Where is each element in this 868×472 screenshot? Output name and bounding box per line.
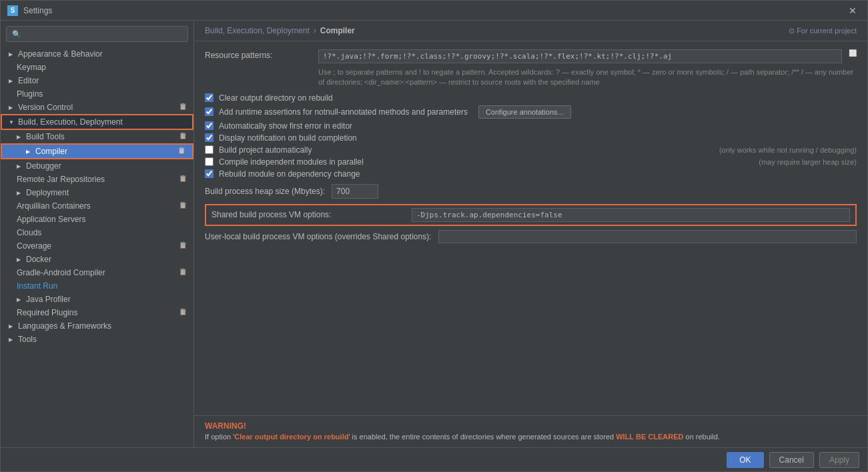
build-auto-hint: (only works while not running / debuggin… [719,146,857,154]
compile-parallel-label: Compile independent modules in parallel [219,157,364,167]
sidebar-item-build-tools[interactable]: ▶ Build Tools 📋 [1,130,193,143]
arrow-icon: ▶ [17,190,23,196]
copy-icon: 📋 [179,308,188,317]
sidebar-item-java-profiler[interactable]: ▶ Java Profiler [1,293,193,306]
cancel-button[interactable]: Cancel [769,452,814,468]
build-auto-checkbox[interactable] [205,145,213,154]
arrow-icon: ▶ [17,134,23,140]
resource-patterns-input[interactable] [318,49,842,63]
sidebar-item-remote-jar[interactable]: Remote Jar Repositories 📋 [1,173,193,186]
sidebar-item-label: Keymap [17,63,46,72]
sidebar-item-clouds[interactable]: Clouds [1,226,193,239]
heap-size-input[interactable] [332,184,378,199]
warning-caps: WILL BE CLEARED [616,433,683,441]
sidebar-item-keymap[interactable]: Keymap [1,61,193,74]
sidebar-item-label: Deployment [26,188,69,197]
add-runtime-label: Add runtime assertions for notnull-annot… [219,107,468,117]
arrow-icon: ▶ [9,78,15,84]
sidebar-item-label: Java Profiler [26,295,71,304]
help-text: Use ; to separate patterns and ! to nega… [318,67,857,88]
compile-parallel-hint: (may require larger heap size) [759,158,857,166]
breadcrumb-separator: › [314,26,316,35]
vm-options-input[interactable] [412,208,850,222]
arrow-icon: ▶ [9,105,15,111]
sidebar-item-label: Compiler [35,147,67,156]
sidebar-item-label: Instant Run [17,281,57,291]
sidebar-item-tools[interactable]: ▶ Tools [1,333,193,346]
warning-highlight: Clear output directory on rebuild [234,433,348,441]
panel-content: Resource patterns: ⬜ Use ; to separate p… [194,41,867,415]
copy-icon: 📋 [177,147,187,156]
vm-options-label: Shared build process VM options: [211,210,405,219]
copy-icon: 📋 [179,268,188,277]
sidebar-item-app-servers[interactable]: Application Servers [1,213,193,226]
sidebar-item-arquillian[interactable]: Arquillian Containers 📋 [1,199,193,213]
configure-annotations-button[interactable]: Configure annotations... [478,105,571,119]
right-panel: Build, Execution, Deployment › Compiler … [194,21,867,447]
clear-output-label: Clear output directory on rebuild [219,93,333,103]
clear-output-checkbox[interactable] [205,93,213,102]
warning-title: WARNING! [205,421,857,431]
sidebar-item-required-plugins[interactable]: Required Plugins 📋 [1,306,193,319]
sidebar-item-label: Clouds [17,228,41,237]
display-notification-checkbox[interactable] [205,133,213,142]
search-input[interactable] [25,29,182,39]
sidebar-item-label: Required Plugins [17,308,77,317]
checkbox-auto-show-error: Automatically show first error in editor [205,121,857,131]
checkbox-display-notification: Display notification on build completion [205,133,857,143]
sidebar-item-label: Coverage [17,241,51,251]
sidebar-item-label: Plugins [17,89,43,99]
display-notification-label: Display notification on build completion [219,133,357,143]
heap-size-row: Build process heap size (Mbytes): [205,184,857,199]
sidebar-item-languages[interactable]: ▶ Languages & Frameworks [1,319,193,333]
sidebar-item-label: Version Control [18,103,73,112]
sidebar-item-editor[interactable]: ▶ Editor [1,74,193,87]
breadcrumb: Build, Execution, Deployment [205,26,310,35]
checkbox-rebuild-module: Rebuild module on dependency change [205,169,857,179]
arrow-icon: ▶ [17,163,23,169]
search-icon: 🔍 [12,30,21,39]
auto-show-error-label: Automatically show first error in editor [219,121,352,131]
apply-button[interactable]: Apply [819,452,859,468]
sidebar-item-instant-run[interactable]: Instant Run [1,279,193,293]
sidebar-item-version-control[interactable]: ▶ Version Control 📋 [1,101,193,114]
arrow-icon: ▶ [9,323,15,329]
arrow-icon: ▶ [17,297,23,303]
compile-parallel-checkbox[interactable] [205,157,213,166]
rebuild-module-checkbox[interactable] [205,169,213,178]
panel-header: Build, Execution, Deployment › Compiler … [194,21,867,41]
sidebar-item-compiler[interactable]: ▶ Compiler 📋 [1,143,193,159]
expand-icon[interactable]: ⬜ [849,49,857,57]
sidebar-item-label: Arquillian Containers [17,201,91,211]
arrow-icon: ▶ [9,51,15,57]
sidebar-item-build-execution[interactable]: ▼ Build, Execution, Deployment [1,114,193,130]
sidebar-item-debugger[interactable]: ▶ Debugger [1,159,193,173]
ok-button[interactable]: OK [727,452,763,468]
sidebar-item-gradle-android[interactable]: Gradle-Android Compiler 📋 [1,266,193,279]
footer: OK Cancel Apply [1,447,867,471]
heap-size-label: Build process heap size (Mbytes): [205,187,325,196]
sidebar-item-docker[interactable]: ▶ Docker [1,253,193,266]
sidebar-item-label: Build, Execution, Deployment [18,117,123,127]
close-button[interactable]: ✕ [845,4,861,17]
resource-patterns-label: Resource patterns: [205,49,312,60]
sidebar-item-label: Appearance & Behavior [18,49,103,59]
sidebar-item-deployment[interactable]: ▶ Deployment [1,186,193,199]
resource-patterns-row: Resource patterns: ⬜ [205,49,857,63]
checkbox-add-runtime: Add runtime assertions for notnull-annot… [205,105,857,119]
sidebar-item-coverage[interactable]: Coverage 📋 [1,239,193,253]
sidebar-item-appearance[interactable]: ▶ Appearance & Behavior [1,47,193,61]
for-project-badge: ⊙ For current project [789,27,857,35]
warning-text: If option 'Clear output directory on reb… [205,432,857,442]
copy-icon: 📋 [179,103,188,112]
search-box[interactable]: 🔍 [6,26,188,42]
user-vm-input[interactable] [438,230,857,243]
copy-icon: 📋 [179,175,188,184]
auto-show-error-checkbox[interactable] [205,121,213,130]
sidebar-item-plugins[interactable]: Plugins [1,87,193,101]
sidebar: 🔍 ▶ Appearance & Behavior Keymap ▶ Edito… [1,21,194,447]
sidebar-item-label: Tools [18,335,37,344]
checkbox-clear-output: Clear output directory on rebuild [205,93,857,103]
copy-icon: 📋 [179,201,188,211]
add-runtime-checkbox[interactable] [205,107,213,116]
